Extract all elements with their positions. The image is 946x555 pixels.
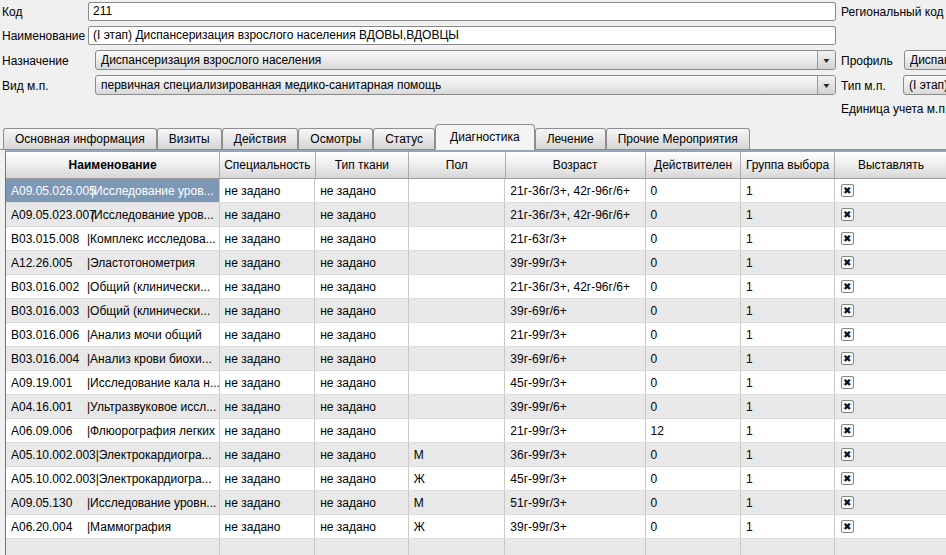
cell-tissue-type[interactable]: не задано xyxy=(315,395,409,418)
cell-sex[interactable] xyxy=(409,371,506,394)
cell-select-group[interactable]: 1 xyxy=(741,227,835,250)
cell-valid[interactable]: 0 xyxy=(646,467,742,490)
cell-select-group[interactable]: 1 xyxy=(741,299,835,322)
cell-name[interactable]: A06.09.006|Флюорография легких xyxy=(6,419,220,442)
cell-issue[interactable]: ✖ xyxy=(835,299,946,322)
cell-specialty[interactable]: не задано xyxy=(220,419,316,442)
checked-checkbox[interactable]: ✖ xyxy=(841,376,854,389)
cell-age[interactable]: 39г-99г/3+ xyxy=(505,251,645,274)
cell-name[interactable]: A09.05.023.007|Исследование уров... xyxy=(6,203,220,226)
cell-sex[interactable] xyxy=(409,419,506,442)
cell-age[interactable]: 39г-99г/3+ xyxy=(505,515,645,538)
cell-tissue-type[interactable]: не задано xyxy=(315,251,409,274)
cell-name[interactable]: A09.05.130|Исследование уровн... xyxy=(6,491,220,514)
column-header-4[interactable]: Пол xyxy=(409,152,505,178)
cell-sex[interactable]: Ж xyxy=(409,467,506,490)
cell-issue[interactable]: ✖ xyxy=(835,491,946,514)
cell-specialty[interactable]: не задано xyxy=(220,203,316,226)
cell-issue[interactable]: ✖ xyxy=(835,419,946,442)
dropdown-button[interactable]: ▼ xyxy=(817,51,835,69)
cell-select-group[interactable]: 1 xyxy=(741,395,835,418)
cell-valid[interactable]: 0 xyxy=(646,395,742,418)
table-row[interactable]: A12.26.005|Эластотонометрия не задано не… xyxy=(6,251,946,275)
cell-specialty[interactable]: не задано xyxy=(220,515,316,538)
cell-tissue-type[interactable]: не задано xyxy=(315,299,409,322)
checked-checkbox[interactable]: ✖ xyxy=(841,496,854,509)
cell-sex[interactable] xyxy=(409,395,506,418)
cell-sex[interactable]: М xyxy=(409,443,506,466)
cell-valid[interactable]: 0 xyxy=(646,275,742,298)
cell-issue[interactable]: ✖ xyxy=(835,347,946,370)
cell-issue[interactable]: ✖ xyxy=(835,275,946,298)
table-row[interactable]: A05.10.002.003|Электрокардиогра... не за… xyxy=(6,467,946,491)
checked-checkbox[interactable]: ✖ xyxy=(841,208,854,221)
cell-tissue-type[interactable]: не задано xyxy=(315,323,409,346)
cell-sex[interactable] xyxy=(409,227,506,250)
table-row[interactable] xyxy=(6,539,946,555)
dropdown-button[interactable]: ▼ xyxy=(817,76,835,94)
tab-2[interactable]: Визиты xyxy=(157,128,222,149)
tab-7[interactable]: Лечение xyxy=(535,128,606,149)
cell-sex[interactable] xyxy=(409,347,506,370)
profile-combobox[interactable]: Диспансеризация xyxy=(904,50,946,70)
cell-name[interactable]: A05.10.002.003|Электрокардиогра... xyxy=(6,443,220,466)
cell-age[interactable]: 21г-36г/3+, 42г-96г/6+ xyxy=(505,275,645,298)
table-row[interactable]: A06.20.004|Маммография не задано не зада… xyxy=(6,515,946,539)
cell-sex[interactable] xyxy=(409,203,506,226)
cell-age[interactable]: 39г-69г/6+ xyxy=(505,299,645,322)
cell-age[interactable] xyxy=(505,539,645,555)
code-input[interactable]: 211 xyxy=(88,2,836,21)
cell-issue[interactable]: ✖ xyxy=(835,371,946,394)
cell-name[interactable]: A06.20.004|Маммография xyxy=(6,515,220,538)
cell-issue[interactable] xyxy=(835,539,946,555)
tab-4[interactable]: Осмотры xyxy=(298,128,373,149)
care-kind-combobox[interactable]: первичная специализированная медико-сани… xyxy=(95,75,836,95)
cell-specialty[interactable]: не задано xyxy=(220,323,316,346)
cell-name[interactable]: B03.016.006|Анализ мочи общий xyxy=(6,323,220,346)
cell-specialty[interactable]: не задано xyxy=(220,443,316,466)
cell-tissue-type[interactable]: не задано xyxy=(315,491,409,514)
cell-valid[interactable]: 0 xyxy=(646,251,742,274)
cell-valid[interactable]: 0 xyxy=(646,179,742,202)
checked-checkbox[interactable]: ✖ xyxy=(841,184,854,197)
cell-issue[interactable]: ✖ xyxy=(835,251,946,274)
cell-issue[interactable]: ✖ xyxy=(835,203,946,226)
checked-checkbox[interactable]: ✖ xyxy=(841,424,854,437)
cell-valid[interactable]: 0 xyxy=(646,227,742,250)
tab-1[interactable]: Основная информация xyxy=(3,128,157,149)
tab-8[interactable]: Прочие Мероприятия xyxy=(606,128,750,149)
table-row[interactable]: B03.016.003|Общий (клинически... не зада… xyxy=(6,299,946,323)
checked-checkbox[interactable]: ✖ xyxy=(841,280,854,293)
cell-valid[interactable]: 0 xyxy=(646,371,742,394)
cell-name[interactable] xyxy=(6,539,220,555)
cell-name[interactable]: B03.016.003|Общий (клинически... xyxy=(6,299,220,322)
cell-issue[interactable]: ✖ xyxy=(835,467,946,490)
cell-tissue-type[interactable]: не задано xyxy=(315,419,409,442)
cell-specialty[interactable]: не задано xyxy=(220,491,316,514)
column-header-7[interactable]: Группа выбора xyxy=(741,152,835,178)
table-row[interactable]: A09.19.001|Исследование кала н... не зад… xyxy=(6,371,946,395)
cell-select-group[interactable]: 1 xyxy=(741,467,835,490)
tab-3[interactable]: Действия xyxy=(222,128,299,149)
cell-issue[interactable]: ✖ xyxy=(835,227,946,250)
cell-sex[interactable] xyxy=(409,539,506,555)
cell-name[interactable]: B03.016.004|Анализ крови биохи... xyxy=(6,347,220,370)
cell-sex[interactable]: Ж xyxy=(409,515,506,538)
tab-5[interactable]: Статус xyxy=(373,128,435,149)
cell-specialty[interactable]: не задано xyxy=(220,227,316,250)
cell-specialty[interactable]: не задано xyxy=(220,179,316,202)
tab-6[interactable]: Диагностика xyxy=(435,124,535,150)
cell-sex[interactable] xyxy=(409,275,506,298)
cell-valid[interactable]: 0 xyxy=(646,203,742,226)
column-header-5[interactable]: Возраст xyxy=(506,152,646,178)
column-header-1[interactable]: Наименование xyxy=(6,152,220,178)
cell-age[interactable]: 21г-99г/3+ xyxy=(505,323,645,346)
cell-issue[interactable]: ✖ xyxy=(835,179,946,202)
cell-select-group[interactable]: 1 xyxy=(741,491,835,514)
cell-valid[interactable]: 0 xyxy=(646,323,742,346)
cell-name[interactable]: B03.016.002|Общий (клинически... xyxy=(6,275,220,298)
checked-checkbox[interactable]: ✖ xyxy=(841,256,854,269)
cell-sex[interactable] xyxy=(409,299,506,322)
cell-age[interactable]: 36г-99г/3+ xyxy=(505,443,645,466)
cell-valid[interactable]: 12 xyxy=(646,419,742,442)
